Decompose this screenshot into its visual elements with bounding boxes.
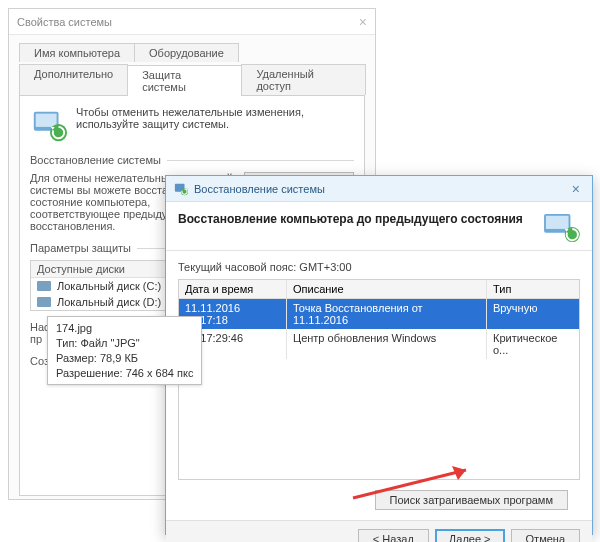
restore-points-table[interactable]: Дата и время Описание Тип 11.11.2016 16:… bbox=[178, 279, 580, 480]
tooltip-resolution: Разрешение: 746 x 684 пкс bbox=[56, 366, 193, 381]
table-row[interactable]: 16 17:29:46 Центр обновления Windows Кри… bbox=[179, 329, 579, 359]
cell-type: Вручную bbox=[487, 299, 579, 329]
intro-row: Чтобы отменить нежелательные изменения, … bbox=[30, 106, 354, 144]
next-button[interactable]: Далее > bbox=[435, 529, 505, 542]
table-header: Дата и время Описание Тип bbox=[179, 280, 579, 299]
tab-system-protection[interactable]: Защита системы bbox=[127, 65, 242, 96]
shield-restore-icon bbox=[30, 106, 68, 144]
back-window-title: Свойства системы bbox=[17, 16, 337, 28]
svg-rect-6 bbox=[546, 216, 569, 229]
col-description[interactable]: Описание bbox=[287, 280, 487, 298]
wizard-body: Текущий часовой пояс: GMT+3:00 Дата и вр… bbox=[166, 251, 592, 520]
group-params-label: Параметры защиты bbox=[30, 242, 131, 254]
restore-icon bbox=[174, 182, 188, 196]
tooltip-type: Тип: Файл "JPG" bbox=[56, 336, 193, 351]
tab-advanced[interactable]: Дополнительно bbox=[19, 64, 128, 95]
wizard-footer: < Назад Далее > Отмена bbox=[166, 520, 592, 542]
front-window-title: Восстановление системы bbox=[194, 183, 568, 195]
file-tooltip: 174.jpg Тип: Файл "JPG" Размер: 78,9 КБ … bbox=[47, 316, 202, 385]
scan-affected-programs-button[interactable]: Поиск затрагиваемых программ bbox=[375, 490, 568, 510]
back-close-icon[interactable]: × bbox=[337, 14, 367, 30]
intro-text: Чтобы отменить нежелательные изменения, … bbox=[76, 106, 354, 130]
cancel-button[interactable]: Отмена bbox=[511, 529, 580, 542]
front-titlebar: Восстановление системы × bbox=[166, 176, 592, 202]
svg-rect-1 bbox=[36, 114, 57, 127]
tab-remote[interactable]: Удаленный доступ bbox=[241, 64, 366, 95]
back-button[interactable]: < Назад bbox=[358, 529, 429, 542]
front-close-icon[interactable]: × bbox=[568, 181, 584, 197]
tooltip-size: Размер: 78,9 КБ bbox=[56, 351, 193, 366]
cell-description: Центр обновления Windows bbox=[287, 329, 487, 359]
table-row[interactable]: 11.11.2016 16:17:18 Точка Восстановления… bbox=[179, 299, 579, 329]
col-datetime[interactable]: Дата и время bbox=[179, 280, 287, 298]
tab-computer-name[interactable]: Имя компьютера bbox=[19, 43, 135, 62]
disk-label: Локальный диск (C:) bbox=[57, 280, 161, 292]
drive-icon bbox=[37, 281, 51, 291]
divider bbox=[167, 160, 354, 161]
group-restore-label: Восстановление системы bbox=[30, 154, 161, 166]
timezone-label: Текущий часовой пояс: GMT+3:00 bbox=[178, 261, 580, 273]
monitor-restore-icon bbox=[542, 212, 580, 244]
cell-description: Точка Восстановления от 11.11.2016 bbox=[287, 299, 487, 329]
col-type[interactable]: Тип bbox=[487, 280, 579, 298]
drive-icon bbox=[37, 297, 51, 307]
system-restore-window: Восстановление системы × Восстановление … bbox=[165, 175, 593, 535]
disk-label: Локальный диск (D:) bbox=[57, 296, 161, 308]
tabs: Имя компьютера Оборудование Дополнительн… bbox=[19, 41, 365, 96]
back-titlebar: Свойства системы × bbox=[9, 9, 375, 35]
cell-type: Критическое о... bbox=[487, 329, 579, 359]
table-empty-area bbox=[179, 359, 579, 479]
tooltip-filename: 174.jpg bbox=[56, 321, 193, 336]
wizard-heading: Восстановление компьютера до предыдущего… bbox=[178, 212, 542, 226]
group-restore: Восстановление системы bbox=[30, 154, 354, 166]
tab-hardware[interactable]: Оборудование bbox=[134, 43, 239, 62]
wizard-header: Восстановление компьютера до предыдущего… bbox=[166, 202, 592, 251]
